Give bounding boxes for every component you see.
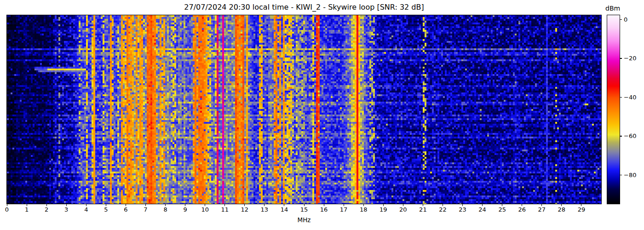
- x-tick-label: 10: [196, 206, 214, 213]
- colorbar-tick: [620, 136, 622, 136]
- x-tick-label: 5: [97, 206, 115, 213]
- x-tick-label: 0: [0, 206, 16, 213]
- x-tick-label: 16: [315, 206, 333, 213]
- colorbar-tick-label: −40: [624, 94, 636, 101]
- x-tick-label: 14: [275, 206, 293, 213]
- colorbar-tick: [620, 175, 622, 175]
- x-tick-label: 26: [513, 206, 531, 213]
- spectrogram-canvas: [7, 15, 601, 204]
- x-tick-label: 21: [414, 206, 432, 213]
- colorbar-tick-label: 0: [624, 16, 627, 23]
- x-tick-label: 4: [77, 206, 95, 213]
- colorbar-tick: [620, 19, 622, 20]
- x-tick-label: 3: [57, 206, 75, 213]
- x-tick-label: 2: [37, 206, 56, 213]
- x-tick-label: 27: [533, 206, 551, 213]
- chart-title: 27/07/2024 20:30 local time - KIWI_2 - S…: [0, 3, 608, 12]
- colorbar-tick-label: −20: [624, 55, 636, 62]
- x-tick-label: 1: [17, 206, 36, 213]
- x-tick-label: 6: [116, 206, 135, 213]
- x-tick-label: 7: [136, 206, 155, 213]
- x-tick-label: 17: [334, 206, 353, 213]
- x-tick-label: 12: [236, 206, 254, 213]
- x-tick-label: 20: [394, 206, 412, 213]
- spectrogram-figure: 27/07/2024 20:30 local time - KIWI_2 - S…: [0, 0, 644, 230]
- x-tick-label: 19: [374, 206, 392, 213]
- colorbar-tick-label: −80: [624, 172, 636, 178]
- colorbar-unit-label: dBm: [605, 5, 620, 12]
- colorbar-tick: [620, 97, 622, 98]
- x-axis-label: MHz: [0, 216, 608, 224]
- x-tick-label: 28: [552, 206, 571, 213]
- colorbar: [607, 15, 620, 204]
- x-tick-label: 23: [454, 206, 472, 213]
- x-tick-label: 15: [295, 206, 313, 213]
- x-tick-label: 8: [156, 206, 175, 213]
- x-tick-label: 18: [354, 206, 373, 213]
- colorbar-tick-label: −60: [624, 132, 636, 139]
- colorbar-gradient: [607, 15, 620, 204]
- x-tick-label: 13: [255, 206, 274, 213]
- x-tick-label: 29: [572, 206, 591, 213]
- x-tick-label: 24: [473, 206, 492, 213]
- x-tick-label: 11: [216, 206, 234, 213]
- x-tick-label: 22: [433, 206, 452, 213]
- colorbar-tick: [620, 58, 622, 58]
- x-tick-label: 25: [493, 206, 512, 213]
- plot-area: [6, 15, 602, 204]
- x-tick-label: 9: [176, 206, 195, 213]
